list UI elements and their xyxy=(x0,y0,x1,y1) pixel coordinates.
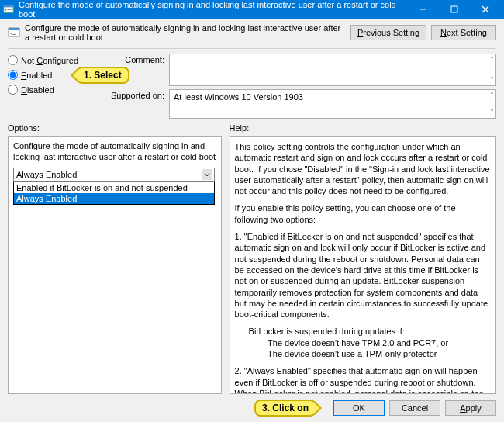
svg-rect-1 xyxy=(4,5,13,8)
mode-combobox[interactable]: Always Enabled xyxy=(13,168,215,182)
divider xyxy=(8,48,496,49)
ok-button[interactable]: OK xyxy=(333,400,385,416)
svg-point-2 xyxy=(5,9,7,11)
svg-rect-5 xyxy=(451,6,457,12)
supported-on-text: At least Windows 10 Version 1903 xyxy=(174,92,303,102)
comment-textarea[interactable]: ˄ ˅ xyxy=(169,54,496,86)
dropdown-item-bitlocker[interactable]: Enabled if BitLocker is on and not suspe… xyxy=(14,182,214,193)
footer-buttons: 3. Click on OK Cancel Apply xyxy=(8,400,496,416)
radio-enabled[interactable]: Enabled 1. Select xyxy=(8,70,93,80)
titlebar: Configure the mode of automatically sign… xyxy=(0,0,504,19)
help-p5: 2. "Always Enabled" specifies that autom… xyxy=(235,365,491,394)
combobox-value: Always Enabled xyxy=(16,170,77,179)
minimize-button[interactable] xyxy=(408,0,439,19)
dropdown-item-always[interactable]: Always Enabled xyxy=(14,193,214,204)
supported-label: Supported on: xyxy=(99,89,164,100)
previous-setting-button[interactable]: Previous Setting xyxy=(350,25,426,40)
help-bullet2: - The device doesn't use a TPM-only prot… xyxy=(263,348,491,359)
radio-not-configured[interactable]: Not Configured xyxy=(8,55,93,65)
help-panel: This policy setting controls the configu… xyxy=(230,136,496,394)
header-row: Configure the mode of automatically sign… xyxy=(8,23,496,42)
scroll-down-icon: ˅ xyxy=(490,76,494,85)
callout-3: 3. Click on xyxy=(254,400,316,417)
scroll-up-icon: ˄ xyxy=(490,91,494,99)
radio-enabled-input[interactable] xyxy=(8,70,18,80)
options-panel: Configure the mode of automatically sign… xyxy=(8,136,222,394)
next-setting-button[interactable]: Next Setting xyxy=(431,25,496,40)
mode-dropdown-list: Enabled if BitLocker is on and not suspe… xyxy=(13,182,215,205)
state-radio-group: Not Configured Enabled 1. Select Disable… xyxy=(8,54,93,119)
help-bullet1: - The device doesn't have TPM 2.0 and PC… xyxy=(263,337,491,348)
window-title: Configure the mode of automatically sign… xyxy=(19,0,408,19)
svg-rect-3 xyxy=(7,9,12,10)
help-p1: This policy setting controls the configu… xyxy=(235,141,491,196)
page-title: Configure the mode of automatically sign… xyxy=(25,23,346,42)
comment-label: Comment: xyxy=(99,54,164,64)
policy-icon xyxy=(8,26,20,39)
radio-disabled[interactable]: Disabled xyxy=(8,85,93,95)
options-description: Configure the mode of automatically sign… xyxy=(13,141,216,163)
radio-disabled-input[interactable] xyxy=(8,85,18,95)
svg-point-10 xyxy=(10,33,12,34)
app-icon xyxy=(3,4,14,15)
supported-on-box: At least Windows 10 Version 1903 ˄ ˅ xyxy=(169,89,496,119)
svg-rect-9 xyxy=(9,28,19,30)
chevron-down-icon xyxy=(202,169,212,180)
help-p2: If you enable this policy setting, you c… xyxy=(235,202,491,225)
maximize-button[interactable] xyxy=(439,0,470,19)
close-button[interactable] xyxy=(470,0,501,19)
scroll-down-icon: ˅ xyxy=(490,109,494,117)
help-label: Help: xyxy=(230,123,496,133)
svg-rect-12 xyxy=(12,34,16,35)
options-label: Options: xyxy=(8,123,222,133)
svg-rect-11 xyxy=(12,33,18,33)
radio-not-configured-input[interactable] xyxy=(8,55,18,65)
cancel-button[interactable]: Cancel xyxy=(389,400,440,416)
scroll-up-icon: ˄ xyxy=(490,55,494,64)
help-p3: 1. "Enabled if BitLocker is on and not s… xyxy=(235,231,491,320)
callout-1: 1. Select xyxy=(76,67,129,84)
apply-button[interactable]: Apply xyxy=(445,400,496,416)
help-p4: BitLocker is suspended during updates if… xyxy=(249,326,491,337)
